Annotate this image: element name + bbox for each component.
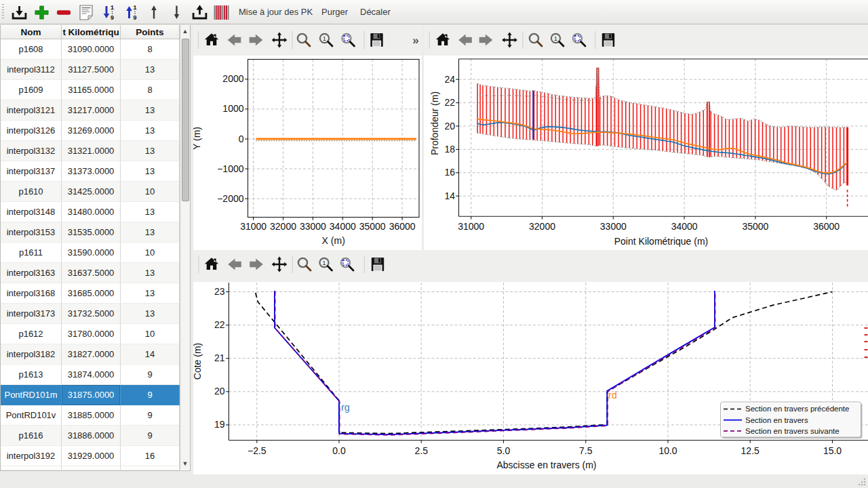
svg-text:34000: 34000 [330,221,356,232]
svg-text:35000: 35000 [359,221,386,232]
svg-text:7.5: 7.5 [579,445,593,456]
svg-text:1: 1 [554,35,557,42]
svg-text:10.0: 10.0 [658,445,677,456]
svg-text:19: 19 [214,419,225,430]
svg-text:X (m): X (m) [322,235,345,246]
svg-text:33000: 33000 [300,221,326,232]
svg-text:1: 1 [111,5,115,12]
svg-text:20: 20 [214,386,225,396]
svg-text:Cote (m): Cote (m) [193,343,203,380]
svg-text:36000: 36000 [813,221,840,232]
svg-text:23: 23 [214,286,225,297]
svg-text:31000: 31000 [458,221,484,232]
svg-text:5.0: 5.0 [497,445,511,456]
svg-text:9: 9 [133,15,136,22]
svg-text:Section en travers suivante: Section en travers suivante [745,427,840,435]
svg-text:12.5: 12.5 [741,445,760,456]
svg-text:31000: 31000 [240,221,267,232]
svg-text:22: 22 [214,319,225,330]
svg-text:32000: 32000 [529,221,555,232]
svg-text:18: 18 [444,144,455,155]
svg-text:36000: 36000 [389,221,416,232]
svg-text:0.0: 0.0 [332,445,346,456]
svg-text:35000: 35000 [742,221,768,232]
svg-text:16: 16 [444,167,455,178]
svg-text:33000: 33000 [600,221,627,232]
svg-text:22: 22 [444,97,455,108]
svg-text:1: 1 [322,259,326,266]
svg-text:1: 1 [323,35,326,42]
svg-text:−2.5: −2.5 [248,445,267,456]
svg-text:rd: rd [608,390,617,401]
svg-text:24: 24 [444,74,455,85]
svg-text:1000: 1000 [222,103,243,114]
svg-text:15.0: 15.0 [823,445,842,456]
svg-text:2000: 2000 [222,73,243,84]
svg-text:21: 21 [214,352,225,363]
svg-text:»: » [412,34,418,47]
svg-text:34000: 34000 [671,221,698,232]
svg-text:Y (m): Y (m) [193,127,202,150]
svg-text:14: 14 [444,190,455,201]
svg-text:rg: rg [341,402,350,413]
svg-text:1: 1 [133,5,137,12]
svg-text:Abscisse en travers (m): Abscisse en travers (m) [496,460,596,470]
svg-text:Point Kilométrique (m): Point Kilométrique (m) [614,236,709,247]
svg-text:2.5: 2.5 [414,445,428,456]
svg-text:Section en travers précédente: Section en travers précédente [745,405,849,413]
svg-text:0: 0 [239,134,244,144]
svg-text:20: 20 [444,121,455,131]
svg-text:9: 9 [111,15,114,22]
svg-text:Section en travers: Section en travers [745,416,808,424]
svg-text:−1000: −1000 [217,163,244,174]
svg-text:Profondeur (m): Profondeur (m) [429,92,440,155]
svg-text:32000: 32000 [270,221,296,232]
svg-text:−2000: −2000 [217,193,244,204]
